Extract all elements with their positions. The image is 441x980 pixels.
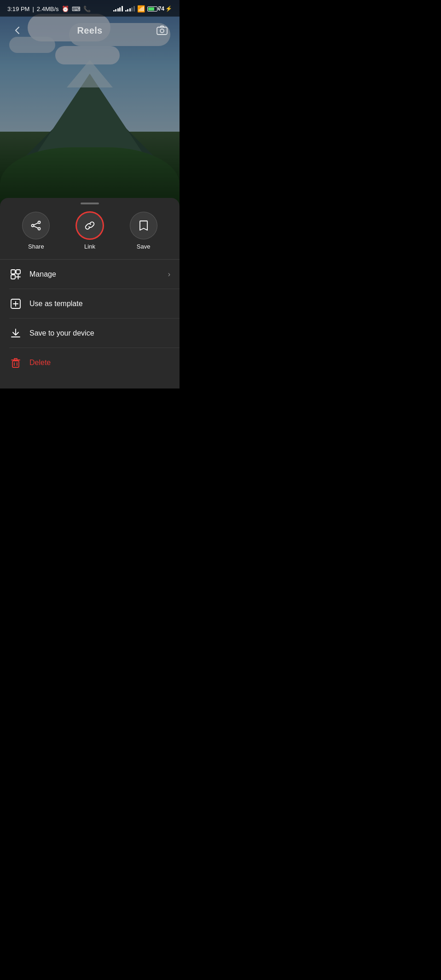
battery: 74 ⚡ [147,6,172,12]
network-speed: 2.4MB/s [37,6,59,12]
handle-bar [81,203,99,204]
alarm-icon: ⏰ [62,6,69,12]
save-circle [130,212,157,239]
link-circle [76,212,104,239]
svg-point-2 [38,221,41,224]
svg-rect-8 [16,270,20,274]
delete-menu-item[interactable]: Delete [0,348,180,377]
link-action[interactable]: Link [63,212,117,250]
action-buttons-row: Share Link Save [0,212,180,259]
manage-text: Manage [29,270,161,278]
battery-body [147,6,157,12]
save-to-device-text: Save to your device [29,329,170,337]
svg-line-5 [34,223,38,225]
svg-point-1 [160,29,164,33]
bottom-sheet: Share Link Save [0,198,180,389]
camera-button[interactable] [154,22,170,39]
svg-line-6 [34,226,38,228]
download-icon [9,327,22,340]
svg-point-4 [38,228,41,230]
svg-point-3 [32,225,34,227]
phone-icon: 📞 [83,6,91,12]
sheet-handle [0,198,180,212]
battery-fill [148,7,154,11]
wifi-icon: 📶 [137,5,145,12]
signal-bars-1 [113,6,123,12]
trash-icon [9,356,22,369]
keyboard-icon: ⌨ [72,6,81,12]
page-title: Reels [77,25,103,36]
save-action[interactable]: Save [116,212,170,250]
status-right: 📶 74 ⚡ [113,5,172,12]
svg-rect-9 [11,275,15,279]
svg-rect-0 [157,27,167,35]
use-as-template-menu-item[interactable]: Use as template [0,289,180,319]
signal-bars-2 [125,6,135,12]
back-button[interactable] [9,22,26,39]
share-action[interactable]: Share [9,212,63,250]
use-as-template-text: Use as template [29,300,170,308]
save-label: Save [137,243,151,250]
template-icon [9,297,22,310]
share-circle [22,212,50,239]
charging-icon: ⚡ [165,6,172,12]
svg-rect-7 [11,270,15,274]
status-bar: 3:19 PM | 2.4MB/s ⏰ ⌨ 📞 📶 74 ⚡ [0,0,180,17]
top-nav: Reels [0,17,180,44]
manage-chevron: › [168,270,170,278]
link-label: Link [84,243,95,250]
status-left: 3:19 PM | 2.4MB/s ⏰ ⌨ 📞 [7,6,91,12]
manage-icon [9,268,22,281]
delete-text: Delete [29,359,170,367]
share-label: Share [28,243,44,250]
manage-menu-item[interactable]: Manage › [0,260,180,289]
save-to-device-menu-item[interactable]: Save to your device [0,319,180,348]
time: 3:19 PM [7,6,29,12]
battery-percent: 74 [158,6,164,12]
svg-rect-11 [12,361,19,367]
divider: | [32,6,34,12]
